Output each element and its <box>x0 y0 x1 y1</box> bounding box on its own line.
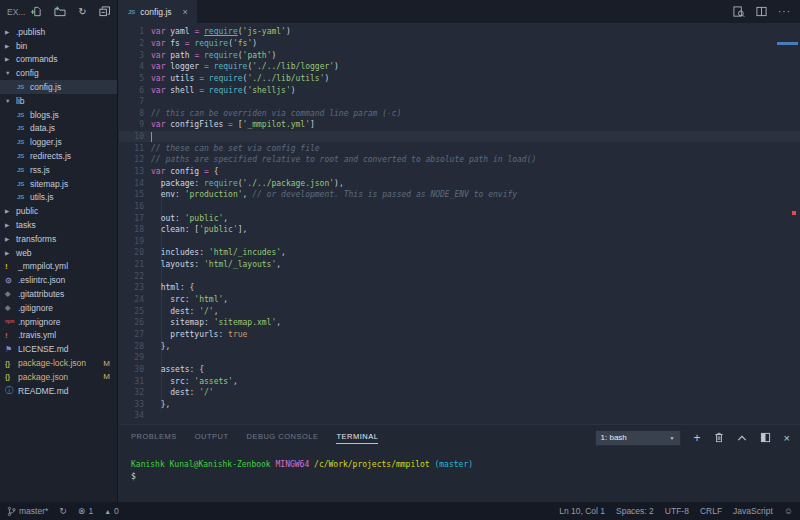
code-token: : <box>204 318 214 327</box>
line-number: 26 <box>119 318 144 327</box>
code-token: utils <box>170 74 194 83</box>
git-branch-item[interactable]: master* <box>7 506 48 517</box>
line-number: 6 <box>119 86 144 95</box>
tree-file-package.json[interactable]: {}package.jsonM <box>0 370 117 384</box>
tree-file-config.js[interactable]: JSconfig.js <box>0 80 117 94</box>
code-token: var <box>151 62 165 71</box>
tree-file-.gitignore[interactable]: ◆.gitignore <box>0 301 117 315</box>
tree-file-data.js[interactable]: JSdata.js <box>0 122 117 136</box>
tree-file-blogs.js[interactable]: JSblogs.js <box>0 108 117 122</box>
status-spaces-2[interactable]: Spaces: 2 <box>616 506 654 516</box>
tree-folder-tasks[interactable]: ▶tasks <box>0 218 117 232</box>
code-token: , <box>276 260 281 269</box>
open-preview-icon[interactable] <box>733 6 745 18</box>
tree-file-logger.js[interactable]: JSlogger.js <box>0 135 117 149</box>
panel-tab-debug-console[interactable]: DEBUG CONSOLE <box>247 432 319 444</box>
tree-file-rss.js[interactable]: JSrss.js <box>0 163 117 177</box>
line-number: 8 <box>119 109 144 118</box>
bottom-panel: PROBLEMSOUTPUTDEBUG CONSOLETERMINAL 1: b… <box>119 424 800 502</box>
status-ln-10-col-1[interactable]: Ln 10, Col 1 <box>559 506 605 516</box>
code-text: var configFiles = ['_mmpilot.yml'] <box>151 120 315 129</box>
code-line: 7 <box>119 96 800 108</box>
git-modified-badge: M <box>103 372 117 381</box>
file-label: .travis.yml <box>18 330 56 340</box>
chevron-right-icon: ▶ <box>5 29 16 35</box>
tree-file-.npmignore[interactable]: npm.npmignore <box>0 315 117 329</box>
line-number: 20 <box>119 248 144 257</box>
code-token: , <box>276 318 281 327</box>
new-file-icon[interactable] <box>31 6 41 17</box>
file-label: .publish <box>16 27 45 37</box>
tree-file-package-lock.json[interactable]: {}package-lock.jsonM <box>0 356 117 370</box>
warnings-item[interactable]: ▲ 0 <box>104 506 119 516</box>
split-panel-icon[interactable] <box>760 432 771 443</box>
refresh-icon[interactable]: ↻ <box>78 6 86 17</box>
tree-file-redirects.js[interactable]: JSredirects.js <box>0 149 117 163</box>
code-text <box>151 132 152 142</box>
js-file-icon: JS <box>17 181 30 187</box>
panel-tab-output[interactable]: OUTPUT <box>195 432 229 444</box>
errors-item[interactable]: ⊗ 1 <box>78 506 93 516</box>
tree-folder-transforms[interactable]: ▶transforms <box>0 232 117 246</box>
code-line: 25 dest: '/', <box>119 305 800 317</box>
sync-item[interactable]: ↻ <box>59 507 67 516</box>
tree-folder-bin[interactable]: ▶bin <box>0 39 117 53</box>
tree-folder-lib[interactable]: ▼lib <box>0 94 117 108</box>
terminal-output[interactable]: Kanishk Kunal@Kanishk-Zenbook MINGW64 /c… <box>119 450 800 483</box>
tree-folder-config[interactable]: ▼config <box>0 66 117 80</box>
tree-file-LICENSE.md[interactable]: ⚑LICENSE.md <box>0 342 117 356</box>
new-terminal-icon[interactable]: + <box>694 431 701 445</box>
code-token: , <box>243 190 253 199</box>
chevron-down-icon: ▼ <box>670 435 675 441</box>
code-text: includes: 'html/_incudes', <box>151 248 286 257</box>
status-javascript[interactable]: JavaScript <box>733 506 773 516</box>
more-actions-icon[interactable]: ··· <box>778 6 791 17</box>
code-token: : <box>199 248 209 257</box>
js-file-icon: JS <box>17 167 30 173</box>
tab-config-js[interactable]: JS config.js × <box>119 0 197 23</box>
panel-tab-terminal[interactable]: TERMINAL <box>336 432 378 444</box>
code-token: '_mmpilot.yml' <box>243 120 310 129</box>
line-number: 23 <box>119 283 144 292</box>
code-token: ) <box>334 62 339 71</box>
tree-folder-web[interactable]: ▶web <box>0 246 117 260</box>
status-utf-8[interactable]: UTF-8 <box>665 506 689 516</box>
tree-folder-.publish[interactable]: ▶.publish <box>0 25 117 39</box>
panel-tab-problems[interactable]: PROBLEMS <box>131 432 177 444</box>
tree-file-_mmpilot.yml[interactable]: !_mmpilot.yml <box>0 260 117 274</box>
code-editor[interactable]: 1var yaml = require('js-yaml')2var fs = … <box>119 23 800 424</box>
tree-file-.eslintrc.json[interactable]: ⊙.eslintrc.json <box>0 273 117 287</box>
tab-close-icon[interactable]: × <box>183 7 188 17</box>
tree-file-README.md[interactable]: ⓘREADME.md <box>0 384 117 398</box>
close-panel-icon[interactable]: × <box>784 432 790 444</box>
code-token: : <box>190 307 200 316</box>
kill-terminal-icon[interactable] <box>714 432 724 443</box>
chevron-right-icon: ▶ <box>5 222 16 228</box>
code-text: var yaml = require('js-yaml') <box>151 27 291 36</box>
tree-file-.travis.yml[interactable]: !.travis.yml <box>0 329 117 343</box>
tree-file-sitemap.js[interactable]: JSsitemap.js <box>0 177 117 191</box>
code-token: 'assets' <box>194 377 233 386</box>
tree-file-utils.js[interactable]: JSutils.js <box>0 191 117 205</box>
tree-folder-public[interactable]: ▶public <box>0 204 117 218</box>
maximize-panel-icon[interactable] <box>737 434 747 442</box>
file-label: utils.js <box>30 192 54 202</box>
terminal-select[interactable]: 1: bash ▼ <box>595 430 681 446</box>
excl-r-file-icon: ! <box>5 331 18 340</box>
new-folder-icon[interactable] <box>54 6 66 17</box>
collapse-all-icon[interactable] <box>99 6 110 17</box>
code-token: true <box>228 330 247 339</box>
file-label: LICENSE.md <box>18 344 69 354</box>
tree-folder-commands[interactable]: ▶commands <box>0 53 117 67</box>
panel-header: PROBLEMSOUTPUTDEBUG CONSOLETERMINAL 1: b… <box>119 425 800 450</box>
feedback-smiley-icon[interactable]: ☺ <box>784 507 793 516</box>
split-editor-icon[interactable] <box>756 6 767 17</box>
branch-name: master* <box>19 506 48 516</box>
tree-file-.gitattributes[interactable]: ◆.gitattributes <box>0 287 117 301</box>
code-token: layouts <box>161 260 195 269</box>
code-token: ) <box>286 27 291 36</box>
code-token: dest <box>170 388 189 397</box>
line-number: 11 <box>119 144 144 153</box>
status-crlf[interactable]: CRLF <box>700 506 722 516</box>
excl-y-file-icon: ! <box>5 262 18 271</box>
